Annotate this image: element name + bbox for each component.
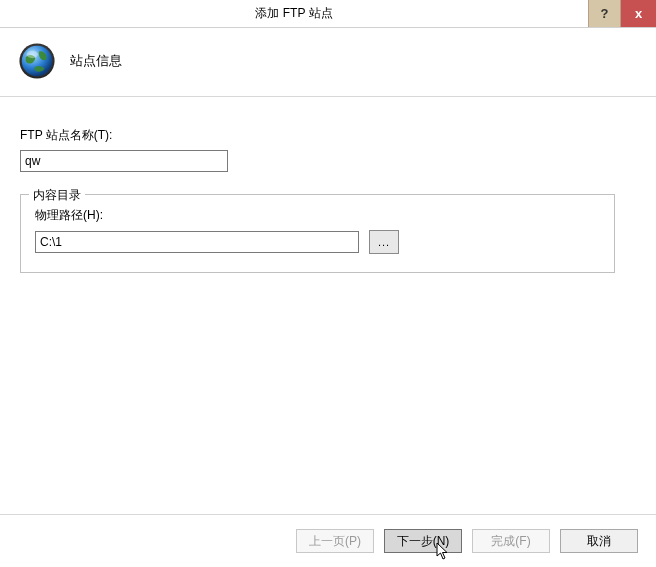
content-area: FTP 站点名称(T): 内容目录 物理路径(H): ...: [0, 97, 656, 517]
page-title: 站点信息: [70, 52, 122, 70]
help-button[interactable]: ?: [588, 0, 620, 27]
header-section: 站点信息: [0, 28, 656, 97]
footer: 上一页(P) 下一步(N) 完成(F) 取消: [0, 514, 656, 567]
titlebar-buttons: ? x: [588, 0, 656, 27]
site-name-input[interactable]: [20, 150, 228, 172]
content-directory-legend: 内容目录: [29, 187, 85, 204]
next-button[interactable]: 下一步(N): [384, 529, 462, 553]
physical-path-input[interactable]: [35, 231, 359, 253]
cancel-button[interactable]: 取消: [560, 529, 638, 553]
prev-button[interactable]: 上一页(P): [296, 529, 374, 553]
close-button[interactable]: x: [620, 0, 656, 27]
finish-button[interactable]: 完成(F): [472, 529, 550, 553]
content-directory-group: 内容目录 物理路径(H): ...: [20, 194, 615, 273]
physical-path-label: 物理路径(H):: [35, 207, 600, 224]
svg-point-2: [27, 51, 38, 59]
window-title: 添加 FTP 站点: [0, 5, 588, 22]
browse-button[interactable]: ...: [369, 230, 399, 254]
globe-icon: [18, 42, 56, 80]
titlebar: 添加 FTP 站点 ? x: [0, 0, 656, 28]
site-name-label: FTP 站点名称(T):: [20, 127, 636, 144]
path-row: ...: [35, 230, 600, 254]
